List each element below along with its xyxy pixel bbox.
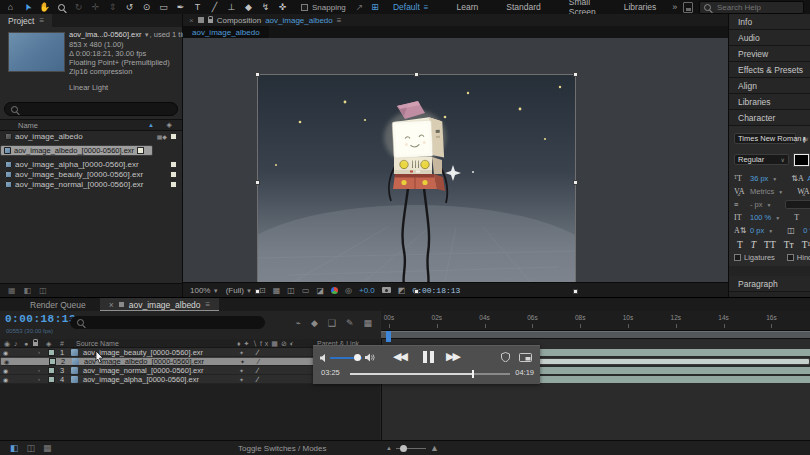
exposure-reset-icon[interactable]: ◎ xyxy=(345,286,352,295)
shy-icon[interactable]: ✦ xyxy=(239,349,244,356)
panel-header-preview[interactable]: Preview xyxy=(729,46,810,62)
faux-style-button-2[interactable]: TT xyxy=(764,240,776,250)
chevron-down-icon[interactable]: ▼ xyxy=(767,202,772,208)
roto-brush-tool[interactable]: ↯ xyxy=(257,0,274,14)
expand-layer-switches-icon[interactable]: ◧ xyxy=(10,443,19,453)
ligatures-checkbox[interactable]: Ligatures xyxy=(734,253,775,262)
lock-icon[interactable] xyxy=(208,19,213,23)
composition-canvas[interactable] xyxy=(258,75,575,291)
playhead[interactable] xyxy=(386,331,391,342)
align-icon[interactable]: ↗ xyxy=(356,2,364,12)
safe-zones-icon[interactable]: ⊡ xyxy=(259,286,266,295)
label-column-icon[interactable]: ◈ xyxy=(167,121,172,129)
type-tool[interactable]: T xyxy=(189,0,206,14)
twirl-arrow-icon[interactable]: › xyxy=(39,359,41,365)
new-composition-icon[interactable]: ◫ xyxy=(39,286,47,295)
workspace-default[interactable]: Default≡ xyxy=(379,2,443,12)
workspace-learn[interactable]: Learn xyxy=(443,2,493,12)
rectangle-tool[interactable]: ▭ xyxy=(155,0,172,14)
zoom-in-mountain-icon[interactable]: ▲ xyxy=(430,443,439,453)
eyedropper-icon[interactable]: ✒ xyxy=(799,136,809,144)
label-color-chip[interactable] xyxy=(137,147,144,154)
selection-handle[interactable] xyxy=(573,72,578,77)
chevron-down-icon[interactable]: ▼ xyxy=(775,215,780,221)
eraser-tool[interactable]: ◆ xyxy=(240,0,257,14)
eye-icon[interactable]: ◉ xyxy=(3,376,8,383)
twirl-arrow-icon[interactable]: › xyxy=(38,349,40,355)
layer-label-chip[interactable] xyxy=(48,349,55,356)
volume-control[interactable] xyxy=(320,353,375,362)
line-value[interactable]: - px xyxy=(750,200,763,209)
grid-guides-icon[interactable]: ⊞ xyxy=(371,2,379,12)
faux-style-button-4[interactable]: T¹ xyxy=(802,240,810,250)
baseline-shift-value[interactable]: 0 px xyxy=(750,226,764,235)
solo-column-icon[interactable]: ● xyxy=(24,339,28,348)
brush-tool[interactable]: ╱ xyxy=(206,0,223,14)
selection-handle[interactable] xyxy=(255,180,260,185)
zoom-tool[interactable] xyxy=(53,0,70,14)
selection-tool[interactable]: ➤ xyxy=(19,0,36,14)
help-search-input[interactable] xyxy=(715,2,799,13)
hindi-digits-checkbox[interactable]: Hindi Digits xyxy=(787,253,810,262)
lock-column-icon[interactable] xyxy=(33,339,38,348)
project-item[interactable]: aov_image_albedo_[0000-0560].exr xyxy=(0,145,153,156)
rewind-button[interactable]: ◀◀ xyxy=(393,350,406,363)
exposure-value[interactable]: +0.0 xyxy=(359,286,375,295)
composition-flowchart-icon[interactable]: ⌁ xyxy=(296,318,301,328)
viewer-timecode[interactable]: 0:00:18:13 xyxy=(412,286,460,295)
shy-icon[interactable]: ✦ xyxy=(239,367,244,374)
panel-header-libraries[interactable]: Libraries xyxy=(729,94,810,110)
puppet-pin-tool[interactable]: ✜ xyxy=(274,0,291,14)
chevron-down-icon[interactable]: ▼ xyxy=(768,228,773,234)
panel-menu-icon[interactable]: ≡ xyxy=(39,16,44,25)
privacy-shield-icon[interactable] xyxy=(501,352,510,362)
layer-label-chip[interactable] xyxy=(48,376,55,383)
volume-slider[interactable] xyxy=(330,357,362,359)
selection-handle[interactable] xyxy=(573,289,578,294)
channel-select-icon[interactable] xyxy=(331,287,338,294)
switches-column-icons[interactable]: ♦✦∖fx▦⊘◐ xyxy=(237,339,297,348)
frame-blending-icon[interactable]: ✎ xyxy=(346,318,354,328)
selection-handle[interactable] xyxy=(255,72,260,77)
label-column-icon[interactable]: ◈ xyxy=(46,339,51,348)
pause-button[interactable] xyxy=(423,351,434,363)
faux-style-button-1[interactable]: T xyxy=(751,240,756,250)
workspace-standard[interactable]: Standard xyxy=(492,2,555,12)
kerning-value[interactable]: Metrics xyxy=(750,187,774,196)
snapshot-camera-icon[interactable] xyxy=(382,287,391,293)
font-style-select[interactable]: Regular∨ xyxy=(734,154,789,165)
label-color-chip[interactable] xyxy=(170,181,177,188)
camera-tool[interactable]: ⊙ xyxy=(138,0,155,14)
quality-icon[interactable]: ∕ xyxy=(257,348,258,357)
interpret-footage-icon[interactable]: ▦ xyxy=(8,286,16,295)
aux-input[interactable] xyxy=(785,200,810,209)
selection-handle[interactable] xyxy=(414,72,419,77)
draft-3d-icon[interactable]: ◆ xyxy=(311,318,318,328)
twirl-arrow-icon[interactable]: › xyxy=(38,376,40,382)
eye-icon[interactable]: ◉ xyxy=(4,358,9,365)
shy-icon[interactable]: ✦ xyxy=(239,376,244,383)
progress-marker[interactable] xyxy=(472,370,474,378)
help-search[interactable] xyxy=(699,1,804,14)
selection-handle[interactable] xyxy=(414,289,419,294)
panel-header-character[interactable]: Character xyxy=(729,110,810,126)
project-search[interactable] xyxy=(4,102,178,116)
timeline-search-input[interactable] xyxy=(88,314,242,331)
label-color-chip[interactable] xyxy=(170,171,177,178)
project-item[interactable]: aov_image_beauty_[0000-0560].exr xyxy=(0,169,182,179)
snapping-control[interactable]: Snapping xyxy=(301,3,346,12)
panel-header-info[interactable]: Info xyxy=(729,14,810,30)
picture-in-picture-icon[interactable] xyxy=(519,353,532,362)
dolly-camera-tool[interactable]: ⇕ xyxy=(104,0,121,14)
show-snapshot-icon[interactable]: ◩ xyxy=(398,286,406,295)
work-area-bar[interactable] xyxy=(381,331,810,339)
pen-tool[interactable]: ✒ xyxy=(172,0,189,14)
magnification-select[interactable]: 100% ▼ xyxy=(190,286,219,295)
panel-header-effects-presets[interactable]: Effects & Presets xyxy=(729,62,810,78)
faux-style-button-3[interactable]: Tᴛ xyxy=(784,240,794,250)
manage-workspaces-icon[interactable] xyxy=(683,2,693,13)
twirl-arrow-icon[interactable]: › xyxy=(38,367,40,373)
project-item[interactable]: aov_image_albedo▦◆ xyxy=(0,131,182,141)
volume-knob[interactable] xyxy=(354,354,361,361)
video-column-icon[interactable]: ◉ xyxy=(4,339,10,348)
